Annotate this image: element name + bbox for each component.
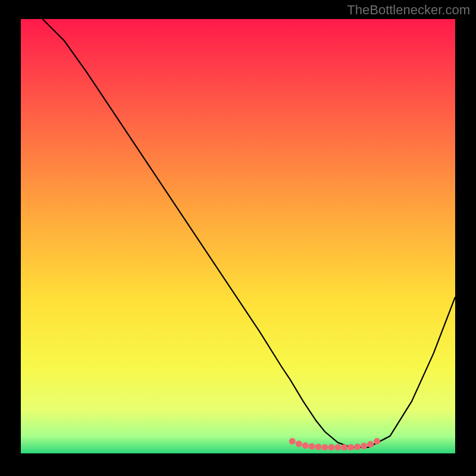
gradient-background bbox=[21, 19, 455, 453]
optimal-marker bbox=[334, 444, 341, 450]
optimal-marker bbox=[328, 444, 334, 450]
chart-svg bbox=[21, 19, 455, 453]
watermark-text: TheBottlenecker.com bbox=[347, 2, 470, 18]
optimal-marker bbox=[302, 442, 309, 449]
optimal-marker bbox=[361, 443, 367, 449]
optimal-marker bbox=[322, 444, 328, 450]
optimal-marker bbox=[296, 440, 302, 447]
chart-container: TheBottlenecker.com bbox=[0, 0, 476, 476]
optimal-marker bbox=[347, 444, 354, 450]
optimal-marker bbox=[354, 444, 361, 450]
optimal-marker bbox=[367, 441, 374, 447]
plot-area bbox=[21, 19, 455, 453]
optimal-marker bbox=[374, 438, 380, 444]
optimal-marker bbox=[341, 444, 347, 450]
optimal-marker bbox=[315, 444, 322, 450]
optimal-marker bbox=[289, 438, 296, 444]
optimal-marker bbox=[309, 443, 315, 450]
